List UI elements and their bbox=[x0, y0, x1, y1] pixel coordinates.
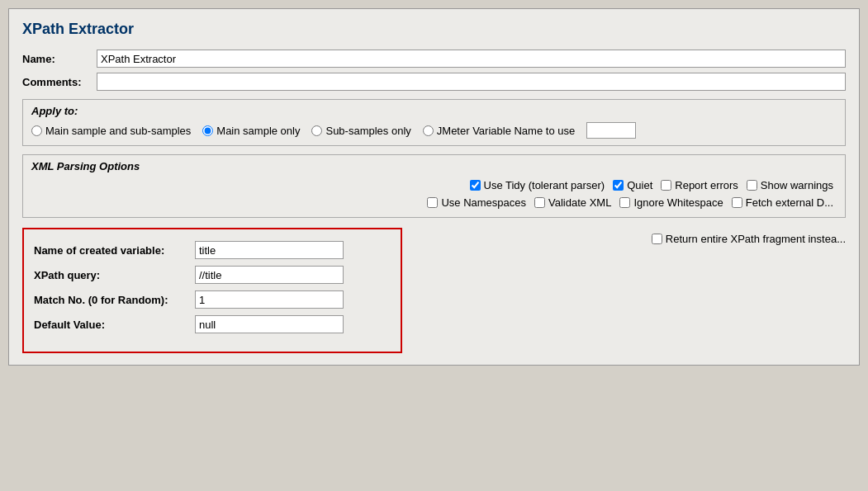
default-value-row: Default Value: bbox=[34, 315, 391, 333]
xml-options-row2: Use Namespaces Validate XML Ignore White… bbox=[31, 196, 837, 209]
comments-label: Comments: bbox=[22, 76, 97, 88]
default-value-input[interactable] bbox=[195, 315, 344, 333]
cb-validate-xml[interactable]: Validate XML bbox=[534, 196, 611, 209]
cb-ignore-whitespace[interactable]: Ignore Whitespace bbox=[619, 196, 723, 209]
xpath-query-row: XPath query: bbox=[34, 266, 391, 284]
created-variable-row: Name of created variable: bbox=[34, 241, 391, 259]
bottom-area: Name of created variable: XPath query: M… bbox=[22, 228, 846, 353]
comments-input[interactable] bbox=[97, 73, 846, 91]
cb-report-errors[interactable]: Report errors bbox=[661, 179, 738, 191]
return-fragment-row: Return entire XPath fragment instea... bbox=[410, 233, 846, 245]
created-variable-label: Name of created variable: bbox=[34, 244, 195, 257]
xml-parsing-section: XML Parsing Options Use Tidy (tolerant p… bbox=[22, 154, 846, 218]
jmeter-var-input[interactable] bbox=[586, 122, 636, 139]
created-variable-input[interactable] bbox=[195, 241, 344, 259]
page-title: XPath Extractor bbox=[22, 21, 846, 38]
xpath-query-label: XPath query: bbox=[34, 269, 195, 281]
cb-use-namespaces[interactable]: Use Namespaces bbox=[427, 196, 526, 209]
name-input[interactable] bbox=[97, 50, 846, 68]
radio-main-only[interactable]: Main sample only bbox=[202, 125, 300, 137]
cb-use-tidy[interactable]: Use Tidy (tolerant parser) bbox=[470, 179, 605, 191]
highlighted-box: Name of created variable: XPath query: M… bbox=[22, 228, 402, 353]
right-panel: Return entire XPath fragment instea... bbox=[410, 228, 846, 353]
match-no-label: Match No. (0 for Random): bbox=[34, 294, 195, 306]
default-value-label: Default Value: bbox=[34, 319, 195, 331]
apply-to-radio-group: Main sample and sub-samples Main sample … bbox=[31, 122, 837, 139]
apply-to-section: Apply to: Main sample and sub-samples Ma… bbox=[22, 99, 846, 146]
cb-show-warnings[interactable]: Show warnings bbox=[747, 179, 833, 191]
apply-to-title: Apply to: bbox=[31, 105, 837, 117]
xpath-query-input[interactable] bbox=[195, 266, 344, 284]
xml-parsing-title: XML Parsing Options bbox=[31, 160, 837, 172]
name-label: Name: bbox=[22, 53, 97, 65]
match-no-input[interactable] bbox=[195, 290, 344, 309]
radio-sub-only[interactable]: Sub-samples only bbox=[311, 125, 410, 137]
match-no-row: Match No. (0 for Random): bbox=[34, 290, 391, 309]
radio-main-sub[interactable]: Main sample and sub-samples bbox=[31, 125, 191, 137]
cb-quiet[interactable]: Quiet bbox=[613, 179, 652, 191]
cb-return-fragment[interactable]: Return entire XPath fragment instea... bbox=[652, 233, 846, 245]
cb-fetch-external[interactable]: Fetch external D... bbox=[732, 196, 833, 209]
xml-options-row1: Use Tidy (tolerant parser) Quiet Report … bbox=[31, 179, 837, 191]
radio-jmeter-var[interactable]: JMeter Variable Name to use bbox=[423, 125, 575, 137]
